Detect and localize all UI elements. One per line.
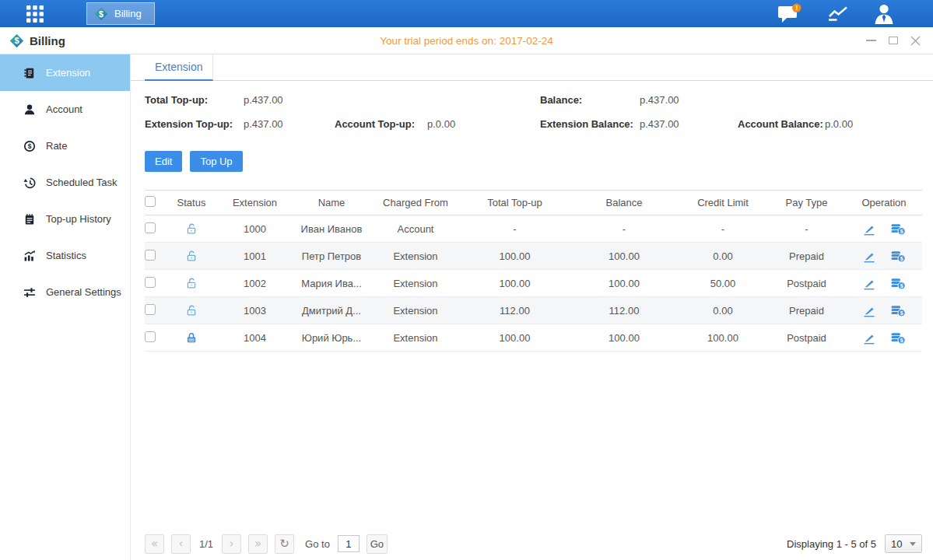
row-checkbox[interactable] — [145, 331, 156, 342]
cell-credit-limit: 0.00 — [679, 297, 767, 324]
sidebar-item-extension[interactable]: Extension — [0, 54, 130, 91]
extension-balance-label: Extension Balance: — [540, 118, 633, 130]
cell-balance: - — [570, 215, 679, 243]
edit-button[interactable]: Edit — [145, 151, 182, 172]
cell-name: Иван Иванов — [292, 215, 371, 243]
top-up-row-icon[interactable]: $ — [890, 222, 906, 236]
person-icon — [23, 103, 36, 116]
top-up-button[interactable]: Top Up — [190, 151, 242, 172]
svg-text:$: $ — [900, 310, 903, 316]
balance-value: p.437.00 — [640, 94, 679, 106]
column-header-name: Name — [292, 191, 371, 215]
edit-row-icon[interactable] — [862, 250, 876, 263]
row-checkbox[interactable] — [145, 304, 156, 315]
cell-pay-type: Postpaid — [767, 324, 846, 352]
row-checkbox[interactable] — [145, 277, 156, 288]
last-page-button[interactable]: » — [248, 534, 268, 554]
table-row: 1000 Иван Иванов Account - - - - $ — [145, 215, 922, 243]
cell-pay-type: Postpaid — [767, 270, 846, 297]
sidebar-item-scheduled-task[interactable]: Scheduled Task — [0, 164, 130, 201]
cell-charged-from: Account — [371, 215, 460, 243]
cell-charged-from: Extension — [371, 324, 460, 352]
reports-chart-icon[interactable] — [827, 5, 849, 23]
cell-balance: 100.00 — [570, 243, 679, 270]
sidebar-item-label: Scheduled Task — [46, 177, 118, 188]
notifications-chat-icon[interactable]: ! — [777, 3, 802, 24]
svg-text:$: $ — [900, 282, 903, 289]
edit-row-icon[interactable] — [862, 331, 876, 345]
topbar-tab-label: Billing — [114, 8, 142, 19]
page-size-select[interactable]: 10 — [885, 534, 922, 553]
svg-text:$: $ — [28, 142, 32, 150]
topbar-tab-billing[interactable]: $ Billing — [86, 2, 155, 25]
edit-row-icon[interactable] — [862, 277, 876, 290]
action-buttons: Edit Top Up — [145, 151, 933, 172]
notepad-icon — [23, 213, 36, 226]
cell-charged-from: Extension — [371, 297, 460, 324]
minimize-icon[interactable] — [866, 40, 876, 41]
column-header-balance: Balance — [570, 191, 679, 215]
page-indicator: 1/1 — [199, 538, 213, 550]
app-launcher-grid-icon[interactable] — [26, 5, 54, 23]
user-account-icon[interactable] — [874, 3, 894, 24]
top-up-row-icon[interactable]: $ — [890, 304, 906, 317]
sidebar: Extension Account $ Rate — [0, 54, 131, 560]
total-topup-value: p.437.00 — [244, 94, 283, 106]
main-content: Extension Total Top-up: p.437.00 Balance… — [131, 54, 933, 560]
sidebar-item-label: General Settings — [46, 286, 121, 298]
cell-total-topup: 100.00 — [460, 243, 570, 270]
next-page-button[interactable]: › — [222, 534, 241, 554]
sidebar-item-account[interactable]: Account — [0, 91, 130, 128]
cell-balance: 100.00 — [570, 324, 679, 352]
sidebar-item-label: Rate — [46, 140, 67, 152]
table-row: 1001 Петр Петров Extension 100.00 100.00… — [145, 243, 922, 270]
total-topup-label: Total Top-up: — [145, 94, 208, 106]
lock-open-icon — [185, 250, 198, 262]
extension-topup-value: p.437.00 — [244, 118, 283, 130]
first-page-button[interactable]: « — [145, 534, 164, 554]
billing-diamond-icon: $ — [9, 33, 24, 48]
top-up-row-icon[interactable]: $ — [890, 277, 906, 290]
sidebar-item-topup-history[interactable]: Top-up History — [0, 201, 130, 237]
previous-page-button[interactable]: ‹ — [171, 534, 191, 554]
cell-balance: 112.00 — [570, 297, 679, 324]
window-titlebar: $ Billing Your trial period ends on: 201… — [0, 27, 933, 54]
page-size-value: 10 — [891, 538, 902, 550]
refresh-icon[interactable]: ↻ — [275, 534, 294, 554]
table-row: 1003 Дмитрий Д... Extension 112.00 112.0… — [145, 297, 922, 324]
cell-extension: 1001 — [218, 243, 292, 270]
goto-label: Go to — [305, 538, 330, 550]
cell-name: Мария Ива... — [292, 270, 371, 297]
chevron-down-icon — [910, 542, 916, 546]
svg-text:$: $ — [14, 36, 19, 45]
row-checkbox[interactable] — [145, 222, 156, 233]
close-icon[interactable] — [910, 36, 921, 46]
cell-name: Юрий Юрь... — [292, 324, 371, 352]
cell-extension: 1004 — [218, 324, 292, 352]
table-header-row: Status Extension Name Charged From Total… — [145, 191, 922, 215]
row-checkbox[interactable] — [145, 250, 156, 261]
edit-row-icon[interactable] — [862, 222, 876, 236]
top-up-row-icon[interactable]: $ — [890, 331, 906, 345]
extension-balance-value: p.437.00 — [640, 118, 679, 130]
maximize-icon[interactable] — [889, 37, 898, 44]
top-up-row-icon[interactable]: $ — [890, 250, 906, 263]
bar-chart-icon — [23, 250, 36, 262]
balance-summary: Total Top-up: p.437.00 Balance: p.437.00… — [131, 81, 933, 151]
tab-extension[interactable]: Extension — [145, 54, 213, 81]
go-button[interactable]: Go — [367, 534, 388, 554]
svg-text:$: $ — [900, 228, 903, 234]
sidebar-item-general-settings[interactable]: General Settings — [0, 274, 130, 310]
ledger-icon — [23, 67, 36, 79]
notification-badge: ! — [795, 4, 798, 12]
displaying-range-text: Displaying 1 - 5 of 5 — [787, 538, 876, 550]
goto-page-input[interactable] — [338, 535, 360, 552]
select-all-checkbox[interactable] — [145, 196, 156, 207]
cell-credit-limit: 0.00 — [679, 243, 767, 270]
account-balance-label: Account Balance: — [738, 118, 823, 130]
sidebar-item-statistics[interactable]: Statistics — [0, 237, 130, 274]
edit-row-icon[interactable] — [862, 304, 876, 317]
sidebar-item-rate[interactable]: $ Rate — [0, 128, 130, 164]
svg-text:$: $ — [900, 255, 903, 261]
cell-pay-type: Prepaid — [767, 297, 846, 324]
